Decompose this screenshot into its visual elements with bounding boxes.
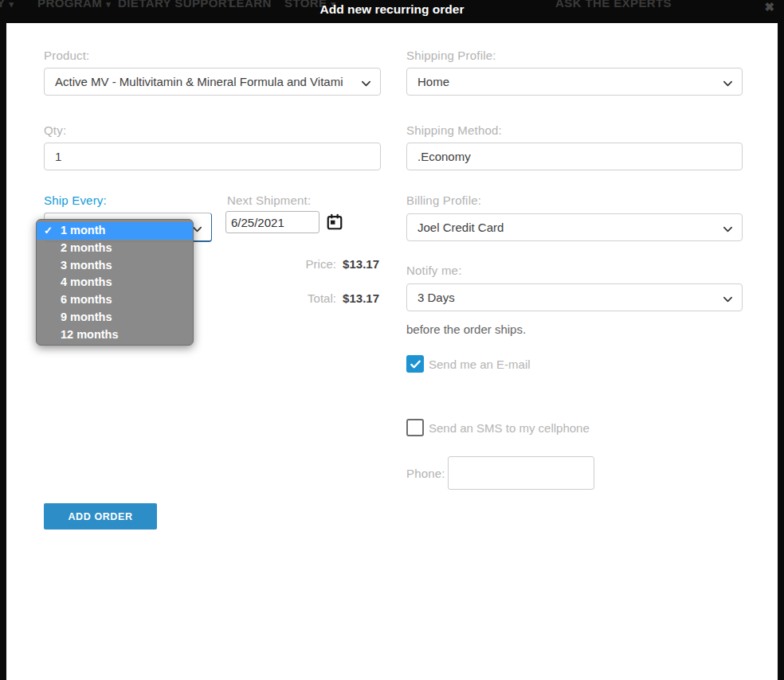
product-select[interactable]: Active MV - Multivitamin & Mineral Formu…: [44, 68, 381, 96]
chevron-down-icon: [361, 77, 371, 91]
phone-input[interactable]: [448, 456, 594, 490]
before-order-ships-text: before the order ships.: [406, 322, 526, 336]
checkbox-checked-icon[interactable]: [406, 355, 424, 373]
price-row: Price: $13.17: [206, 257, 379, 271]
ship-every-dropdown: ✓1 month 2 months 3 months 4 months 6 mo…: [36, 219, 194, 346]
next-shipment-date-input[interactable]: [225, 211, 319, 233]
phone-label: Phone:: [406, 467, 445, 480]
qty-input[interactable]: [44, 143, 381, 170]
modal-title: Add new recurring order: [0, 2, 784, 17]
total-label: Total:: [308, 291, 336, 305]
billing-profile-select-value: Joel Credit Card: [417, 221, 504, 234]
price-label: Price:: [306, 257, 336, 271]
chevron-down-icon: [723, 223, 733, 236]
email-optin-label: Send me an E-mail: [429, 358, 531, 371]
dropdown-option-4-months[interactable]: 4 months: [37, 274, 193, 291]
notify-me-label: Notify me:: [406, 264, 462, 277]
dropdown-option-1-month[interactable]: ✓1 month: [37, 222, 193, 240]
sms-optin-label: Send an SMS to my cellphone: [429, 421, 590, 435]
calendar-icon[interactable]: [326, 213, 343, 234]
shipping-profile-select-value: Home: [417, 75, 449, 88]
dropdown-option-3-months[interactable]: 3 months: [37, 257, 193, 275]
sms-optin-row[interactable]: Send an SMS to my cellphone: [406, 419, 590, 436]
product-select-value: Active MV - Multivitamin & Mineral Formu…: [55, 75, 343, 88]
dropdown-option-6-months[interactable]: 6 months: [37, 291, 193, 309]
qty-label: Qty:: [44, 123, 66, 137]
check-icon: ✓: [44, 222, 53, 240]
shipping-profile-select[interactable]: Home: [406, 68, 743, 96]
shipping-profile-label: Shipping Profile:: [406, 49, 496, 62]
dropdown-option-12-months[interactable]: 12 months: [37, 326, 193, 344]
notify-me-select[interactable]: 3 Days: [406, 283, 743, 311]
email-optin-row[interactable]: Send me an E-mail: [406, 355, 531, 373]
dropdown-option-9-months[interactable]: 9 months: [37, 309, 193, 326]
next-shipment-label: Next Shipment:: [227, 193, 311, 207]
total-value: $13.17: [343, 291, 379, 305]
billing-profile-label: Billing Profile:: [406, 193, 481, 207]
billing-profile-select[interactable]: Joel Credit Card: [406, 213, 743, 241]
total-row: Total: $13.17: [206, 291, 379, 305]
ship-every-label: Ship Every:: [44, 193, 107, 207]
add-recurring-order-modal: Product: Active MV - Multivitamin & Mine…: [6, 23, 778, 680]
checkbox-unchecked-icon[interactable]: [406, 419, 424, 436]
chevron-down-icon: [723, 293, 733, 307]
notify-me-select-value: 3 Days: [417, 291, 455, 304]
price-value: $13.17: [343, 257, 379, 271]
product-label: Product:: [44, 49, 89, 62]
add-order-button[interactable]: ADD ORDER: [44, 503, 157, 530]
close-icon[interactable]: ✖: [764, 0, 774, 14]
shipping-method-input[interactable]: [406, 143, 743, 170]
shipping-method-label: Shipping Method:: [406, 123, 502, 137]
chevron-down-icon: [723, 77, 733, 91]
dropdown-option-2-months[interactable]: 2 months: [37, 240, 193, 257]
